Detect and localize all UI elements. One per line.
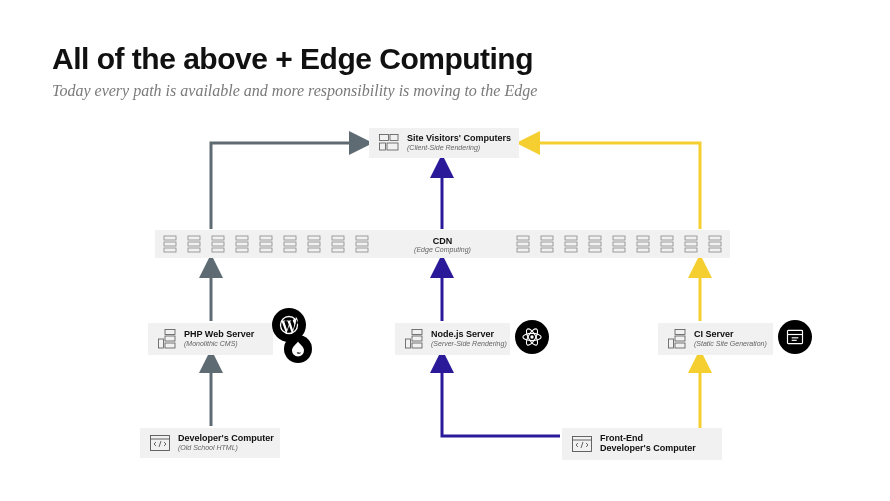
svg-rect-18 [260,248,272,252]
svg-rect-34 [541,236,553,240]
page-subtitle: Today every path is available and more r… [52,82,537,100]
svg-rect-22 [308,236,320,240]
svg-rect-58 [165,330,175,335]
svg-rect-5 [164,242,176,246]
arrows-layer [0,110,890,501]
svg-rect-21 [284,248,296,252]
svg-rect-57 [709,248,721,252]
svg-rect-3 [387,143,398,150]
react-icon [515,320,549,354]
svg-rect-55 [709,236,721,240]
svg-point-70 [530,335,533,338]
diagram-stage: Site Visitors' Computers (Client-Side Re… [0,110,890,501]
server-icon [612,235,626,253]
svg-rect-56 [709,242,721,246]
svg-rect-46 [637,236,649,240]
svg-rect-42 [589,248,601,252]
svg-rect-75 [788,330,803,343]
server-icon [331,235,345,253]
svg-rect-28 [356,236,368,240]
svg-rect-71 [675,330,685,335]
svg-rect-40 [589,236,601,240]
svg-rect-39 [565,248,577,252]
svg-rect-31 [517,236,529,240]
browser-icon [778,320,812,354]
svg-rect-44 [613,242,625,246]
svg-rect-64 [412,336,422,341]
svg-rect-12 [212,248,224,252]
svg-rect-37 [565,236,577,240]
node-site-visitors: Site Visitors' Computers (Client-Side Re… [369,128,519,158]
server-icon [684,235,698,253]
ci-label: CI Server [694,330,767,340]
dev-label: Developer's Computer [178,434,274,444]
page-title: All of the above + Edge Computing [52,42,533,76]
server-icon [187,235,201,253]
svg-rect-47 [637,242,649,246]
svg-rect-43 [613,236,625,240]
svg-rect-24 [308,248,320,252]
svg-rect-54 [685,248,697,252]
svg-rect-41 [589,242,601,246]
cdn-right-icons [516,235,722,253]
svg-rect-20 [284,242,296,246]
svg-rect-35 [541,242,553,246]
cdn-left-icons [163,235,369,253]
server-icon [307,235,321,253]
arrow-cdn-to-visitors-left [211,143,367,229]
drupal-icon [284,335,312,363]
svg-rect-72 [675,336,685,341]
svg-rect-65 [412,343,422,348]
svg-rect-1 [390,135,398,141]
svg-rect-50 [661,242,673,246]
svg-rect-74 [669,339,674,348]
svg-rect-19 [284,236,296,240]
server-icon [564,235,578,253]
svg-rect-16 [260,236,272,240]
cdn-sub: (Edge Computing) [414,246,471,253]
server-icon [259,235,273,253]
svg-rect-26 [332,242,344,246]
server-icon [708,235,722,253]
node-label: Node.js Server [431,330,507,340]
svg-rect-51 [661,248,673,252]
svg-rect-15 [236,248,248,252]
svg-rect-7 [188,236,200,240]
node-php-server: PHP Web Server (Monolithic CMS) [148,323,273,355]
server-rack-icon [405,329,423,349]
svg-rect-33 [517,248,529,252]
svg-rect-2 [380,143,386,150]
code-window-icon [150,435,170,451]
svg-rect-53 [685,242,697,246]
ci-sub: (Static Site Generation) [694,340,767,348]
server-rack-icon [158,329,176,349]
svg-rect-60 [165,343,175,348]
svg-rect-36 [541,248,553,252]
arrow-fedev-to-node [442,355,560,436]
svg-rect-0 [380,135,389,141]
dev-sub: (Old School HTML) [178,444,274,452]
server-icon [588,235,602,253]
svg-rect-63 [412,330,422,335]
svg-rect-59 [165,336,175,341]
node-ci-server: CI Server (Static Site Generation) [658,323,773,355]
node-developer-computer: Developer's Computer (Old School HTML) [140,428,280,458]
svg-rect-23 [308,242,320,246]
node-frontend-developer-computer: Front-End Developer's Computer [562,428,722,460]
svg-rect-11 [212,242,224,246]
server-icon [540,235,554,253]
visitors-sub: (Client-Side Rendering) [407,144,511,152]
php-sub: (Monolithic CMS) [184,340,254,348]
arrow-cdn-to-visitors-right [522,143,700,229]
server-icon [660,235,674,253]
svg-rect-17 [260,242,272,246]
svg-rect-29 [356,242,368,246]
fedev-label2: Developer's Computer [600,444,696,454]
server-icon [516,235,530,253]
server-rack-icon [668,329,686,349]
php-label: PHP Web Server [184,330,254,340]
svg-rect-66 [406,339,411,348]
svg-rect-6 [164,248,176,252]
visitors-icon [379,134,399,152]
svg-rect-48 [637,248,649,252]
